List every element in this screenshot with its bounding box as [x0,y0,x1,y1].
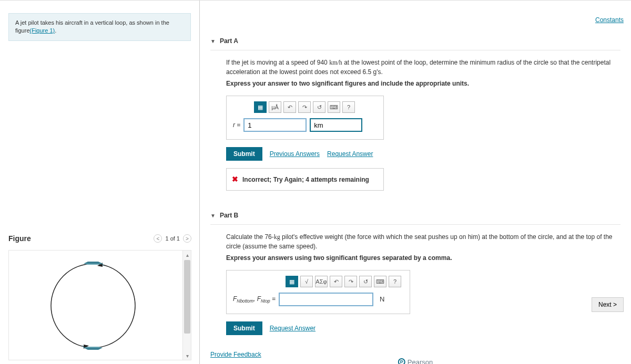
part-a-title: Part A [220,37,238,45]
variable-label: r = [233,120,240,130]
part-a-prompt: If the jet is moving at a speed of 940 k… [226,58,620,77]
left-panel: A jet pilot takes his aircraft in a vert… [0,1,200,364]
part-b: ▼ Part B Calculate the 76-kg pilot's eff… [210,206,620,335]
pearson-logo-icon: P [398,358,405,364]
symbols-button[interactable]: ΑΣφ [315,276,328,287]
redo-button[interactable]: ↷ [298,101,311,113]
svg-point-0 [51,264,135,348]
part-b-answer-box: ▦ √ ΑΣφ ↶ ↷ ↺ ⌨ ? FNbottom, FNtop = N [226,270,410,314]
scroll-down-icon[interactable]: ▾ [183,351,191,360]
submit-button[interactable]: Submit [226,147,262,161]
problem-intro: A jet pilot takes his aircraft in a vert… [8,13,191,41]
redo-button[interactable]: ↷ [344,276,357,287]
keyboard-button[interactable]: ⌨ [328,101,340,113]
unit-input[interactable] [310,118,362,132]
units-tool-button[interactable]: µÅ [269,101,281,113]
unit-label: N [376,294,384,305]
part-b-header[interactable]: ▼ Part B [210,206,620,225]
brand-text: Pearson [408,358,433,364]
help-button[interactable]: ? [389,276,401,287]
figure-heading: Figure [8,234,31,243]
part-b-instruction: Express your answers using two significa… [226,253,620,263]
templates-button[interactable]: ▦ [254,101,267,113]
right-panel: Constants ▼ Part A If the jet is moving … [200,1,631,364]
part-a-instruction: Express your answer to two significant f… [226,79,620,88]
scroll-up-icon[interactable]: ▴ [183,251,191,259]
part-b-toolbar: ▦ √ ΑΣφ ↶ ↷ ↺ ⌨ ? [233,276,403,287]
feedback-text: Incorrect; Try Again; 4 attempts remaini… [242,175,369,184]
math-button[interactable]: √ [300,276,313,287]
help-button[interactable]: ? [342,101,355,113]
templates-button[interactable]: ▦ [286,276,298,287]
incorrect-icon: ✖ [232,174,238,185]
part-a: ▼ Part A If the jet is moving at a speed… [210,32,620,191]
value-input[interactable] [243,118,307,132]
part-b-title: Part B [220,212,238,219]
intro-suffix: . [55,27,56,34]
part-b-prompt: Calculate the 76-kg pilot's effective we… [226,232,620,251]
feedback-box: ✖ Incorrect; Try Again; 4 attempts remai… [226,168,384,191]
figure-prev-button[interactable]: < [154,234,162,243]
part-a-answer-box: ▦ µÅ ↶ ↷ ↺ ⌨ ? r = [226,96,384,140]
reset-button[interactable]: ↺ [359,276,372,287]
request-answer-link[interactable]: Request Answer [327,149,373,159]
part-a-header[interactable]: ▼ Part A [210,32,620,50]
formula-label: FNbottom, FNtop = [233,294,276,305]
undo-button[interactable]: ↶ [283,101,296,113]
request-answer-link[interactable]: Request Answer [270,324,316,333]
previous-answers-link[interactable]: Previous Answers [270,149,320,159]
provide-feedback-link[interactable]: Provide Feedback [210,351,620,358]
figure-link[interactable]: (Figure 1) [30,27,55,34]
brand-footer: P Pearson [398,358,433,364]
loop-figure [40,253,146,358]
figure-nav: < 1 of 1 > [154,234,191,243]
figure-header: Figure < 1 of 1 > [8,234,191,243]
value-input[interactable] [279,293,373,306]
part-a-toolbar: ▦ µÅ ↶ ↷ ↺ ⌨ ? [233,101,377,113]
figure-nav-label: 1 of 1 [165,235,180,242]
figure-next-button[interactable]: > [183,234,191,243]
undo-button[interactable]: ↶ [330,276,342,287]
next-button[interactable]: Next > [592,297,624,312]
caret-down-icon: ▼ [210,213,216,219]
submit-button[interactable]: Submit [226,321,262,335]
scroll-thumb[interactable] [184,260,190,334]
keyboard-button[interactable]: ⌨ [374,276,386,287]
caret-down-icon: ▼ [210,38,216,44]
constants-link[interactable]: Constants [595,16,624,24]
figure-scrollbar[interactable]: ▴ ▾ [182,251,191,360]
figure-area: ▴ ▾ [8,250,191,360]
reset-button[interactable]: ↺ [313,101,325,113]
